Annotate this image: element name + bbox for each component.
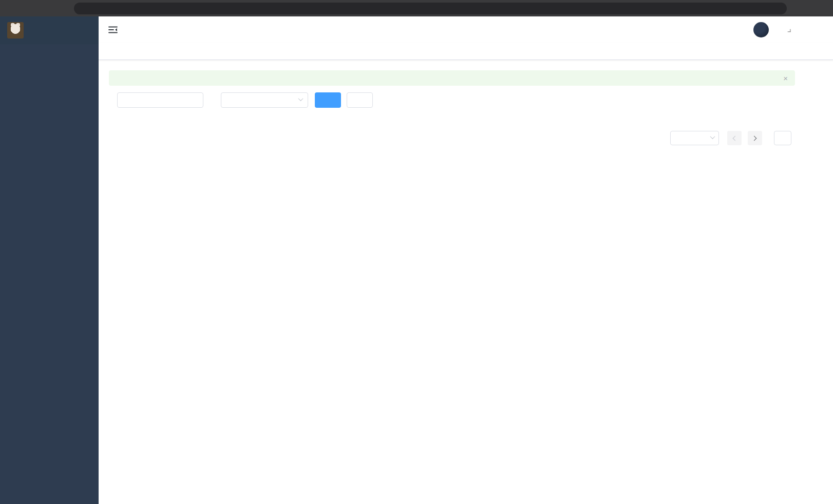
- avatar[interactable]: [753, 22, 769, 37]
- search-form: [109, 92, 795, 108]
- refresh-icon: [355, 96, 362, 104]
- close-icon[interactable]: ×: [783, 74, 788, 83]
- prev-page-button[interactable]: [727, 131, 742, 145]
- tab-bar: [99, 43, 833, 60]
- address-bar[interactable]: [74, 3, 787, 14]
- user-type-select[interactable]: [221, 92, 308, 108]
- search-button[interactable]: [315, 92, 341, 108]
- logo-image: [7, 22, 24, 38]
- back-icon[interactable]: [5, 3, 16, 14]
- reset-button[interactable]: [347, 92, 373, 108]
- goto-page-input[interactable]: [774, 131, 791, 145]
- doc-alert: ×: [109, 70, 795, 86]
- chevron-down-icon: [298, 96, 304, 101]
- browser-toolbar: [0, 0, 833, 16]
- home-icon[interactable]: [54, 3, 66, 14]
- sidebar-menu-bottom: [0, 44, 99, 504]
- reload-icon[interactable]: [38, 3, 49, 14]
- user-id-input[interactable]: [117, 92, 203, 108]
- info-icon[interactable]: [80, 5, 87, 12]
- sidebar: [0, 16, 99, 504]
- chevron-down-icon: [710, 134, 715, 139]
- star-icon[interactable]: [811, 3, 823, 14]
- main-area: ×: [99, 16, 833, 504]
- share-icon[interactable]: [795, 3, 806, 14]
- search-icon: [323, 96, 330, 104]
- app-logo: [0, 16, 99, 44]
- page-size-select[interactable]: [670, 131, 719, 145]
- goto-page: [770, 131, 795, 145]
- header-actions: [750, 22, 791, 37]
- app-header: [99, 16, 833, 43]
- pagination: [109, 131, 795, 145]
- page-content: ×: [99, 60, 833, 145]
- forward-icon[interactable]: [22, 3, 33, 14]
- next-page-button[interactable]: [748, 131, 762, 145]
- chevron-down-icon[interactable]: [788, 29, 791, 32]
- sidebar-fold-icon[interactable]: [108, 24, 119, 35]
